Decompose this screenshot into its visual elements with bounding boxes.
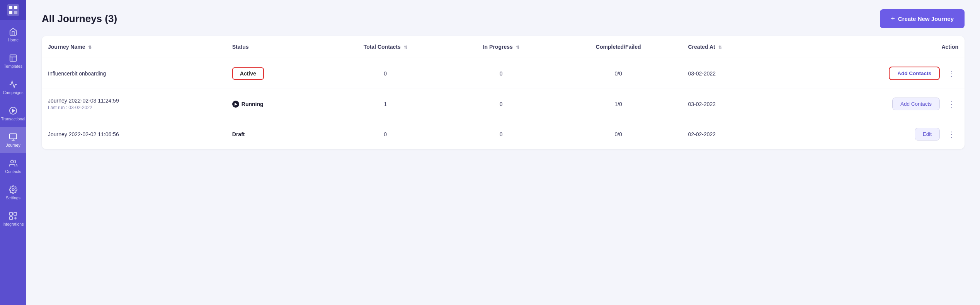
create-journey-label: Create New Journey	[898, 15, 954, 22]
svg-rect-5	[10, 55, 17, 62]
sidebar-logo[interactable]	[0, 0, 26, 20]
sidebar-item-contacts[interactable]: Contacts	[0, 153, 26, 180]
more-options-button-1[interactable]: ⋮	[944, 68, 958, 79]
cell-in-progress-1: 0	[447, 58, 555, 89]
cell-completed-failed-1: 0/0	[555, 58, 682, 89]
cell-created-at-2: 03-02-2022	[682, 89, 784, 119]
status-badge-running: ▶ Running	[232, 101, 317, 108]
plus-icon: +	[891, 15, 895, 23]
main-content: All Journeys (3) + Create New Journey Jo…	[26, 0, 980, 305]
svg-rect-4	[14, 11, 17, 14]
edit-button-3[interactable]: Edit	[915, 128, 940, 141]
table-row: Journey 2022-02-02 11:06:56 Draft 0 0 0/…	[42, 119, 965, 149]
svg-rect-0	[7, 4, 19, 16]
col-action: Action	[784, 36, 965, 58]
cell-in-progress-3: 0	[447, 119, 555, 149]
sidebar: Home Templates Campaigns Transactional J…	[0, 0, 26, 305]
cell-journey-name-2: Journey 2022-02-03 11:24:59 Last run : 0…	[42, 89, 226, 119]
page-title: All Journeys (3)	[42, 13, 117, 25]
col-status: Status	[226, 36, 323, 58]
status-badge-active: Active	[232, 67, 264, 80]
svg-rect-2	[14, 6, 17, 9]
add-contacts-button-2[interactable]: Add Contacts	[892, 98, 940, 110]
create-journey-button[interactable]: + Create New Journey	[880, 9, 965, 28]
cell-total-contacts-3: 0	[323, 119, 447, 149]
sidebar-item-journey[interactable]: Journey	[0, 127, 26, 153]
cell-action-3: Edit ⋮	[784, 119, 965, 149]
cell-total-contacts-2: 1	[323, 89, 447, 119]
action-cell-2: Add Contacts ⋮	[790, 98, 958, 110]
cell-journey-name-3: Journey 2022-02-02 11:06:56	[42, 119, 226, 149]
svg-rect-1	[9, 6, 12, 9]
svg-rect-3	[9, 11, 12, 14]
col-in-progress: In Progress ⇅	[447, 36, 555, 58]
sort-icon-total-contacts[interactable]: ⇅	[404, 45, 407, 50]
sidebar-item-settings[interactable]: Settings	[0, 180, 26, 206]
cell-journey-name-1: Influencerbit onboarding	[42, 58, 226, 89]
cell-total-contacts-1: 0	[323, 58, 447, 89]
cell-in-progress-2: 0	[447, 89, 555, 119]
col-total-contacts: Total Contacts ⇅	[323, 36, 447, 58]
sidebar-item-home[interactable]: Home	[0, 22, 26, 48]
svg-rect-10	[10, 134, 17, 139]
table-header-row: Journey Name ⇅ Status Total Contacts ⇅ I…	[42, 36, 965, 58]
play-icon: ▶	[232, 101, 239, 108]
cell-action-1: Add Contacts ⋮	[784, 58, 965, 89]
table-row: Journey 2022-02-03 11:24:59 Last run : 0…	[42, 89, 965, 119]
sidebar-item-templates[interactable]: Templates	[0, 48, 26, 74]
cell-completed-failed-3: 0/0	[555, 119, 682, 149]
add-contacts-button-1[interactable]: Add Contacts	[889, 67, 940, 80]
table-row: Influencerbit onboarding Active 0 0 0/0 …	[42, 58, 965, 89]
sidebar-item-campaigns[interactable]: Campaigns	[0, 74, 26, 101]
col-completed-failed: Completed/Failed	[555, 36, 682, 58]
action-cell-3: Edit ⋮	[790, 128, 958, 141]
more-options-button-3[interactable]: ⋮	[944, 129, 958, 140]
svg-rect-17	[10, 217, 12, 219]
page-header: All Journeys (3) + Create New Journey	[26, 0, 980, 36]
journeys-table: Journey Name ⇅ Status Total Contacts ⇅ I…	[42, 36, 965, 149]
cell-status-2: ▶ Running	[226, 89, 323, 119]
sidebar-item-transactional[interactable]: Transactional	[0, 101, 26, 127]
svg-rect-16	[14, 212, 17, 215]
journeys-table-container: Journey Name ⇅ Status Total Contacts ⇅ I…	[42, 36, 965, 149]
svg-point-13	[11, 160, 14, 163]
sidebar-item-integrations[interactable]: Integrations	[0, 206, 26, 232]
col-journey-name: Journey Name ⇅	[42, 36, 226, 58]
cell-action-2: Add Contacts ⋮	[784, 89, 965, 119]
cell-status-1: Active	[226, 58, 323, 89]
svg-marker-9	[12, 109, 15, 112]
status-badge-draft: Draft	[232, 131, 245, 137]
more-options-button-2[interactable]: ⋮	[944, 99, 958, 110]
svg-point-14	[12, 188, 14, 191]
sort-icon-in-progress[interactable]: ⇅	[516, 45, 519, 50]
svg-rect-15	[10, 212, 12, 215]
cell-status-3: Draft	[226, 119, 323, 149]
sort-icon-journey-name[interactable]: ⇅	[88, 45, 92, 50]
cell-created-at-3: 02-02-2022	[682, 119, 784, 149]
cell-completed-failed-2: 1/0	[555, 89, 682, 119]
cell-created-at-1: 03-02-2022	[682, 58, 784, 89]
action-cell-1: Add Contacts ⋮	[790, 67, 958, 80]
col-created-at: Created At ⇅	[682, 36, 784, 58]
sort-icon-created-at[interactable]: ⇅	[718, 45, 722, 50]
